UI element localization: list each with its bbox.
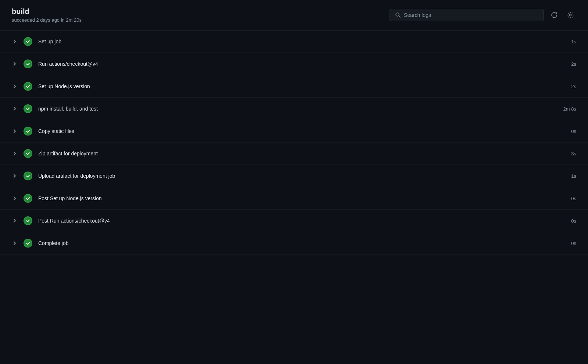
checkmark-icon — [26, 219, 30, 223]
status-success-icon — [24, 194, 32, 203]
build-title: build — [12, 7, 82, 16]
job-row-left: Complete job — [12, 239, 69, 248]
checkmark-icon — [26, 107, 30, 111]
job-row-left: Post Run actions/checkout@v4 — [12, 216, 110, 225]
checkmark-icon — [26, 151, 30, 156]
main-container: build succeeded 2 days ago in 2m 20s — [0, 0, 588, 255]
job-name: Set up Node.js version — [38, 83, 90, 89]
job-row[interactable]: Set up job 1s — [0, 30, 588, 53]
checkmark-icon — [26, 174, 30, 178]
header: build succeeded 2 days ago in 2m 20s — [0, 0, 588, 30]
job-name: Copy static files — [38, 128, 74, 134]
settings-button[interactable] — [564, 9, 576, 21]
chevron-right-icon — [12, 151, 18, 156]
job-row[interactable]: Zip artifact for deployment 3s — [0, 143, 588, 165]
checkmark-icon — [26, 196, 30, 201]
job-name: Set up job — [38, 39, 61, 44]
job-duration: 3s — [554, 151, 576, 156]
status-success-icon — [24, 216, 32, 225]
chevron-right-icon — [12, 219, 18, 223]
checkmark-icon — [26, 39, 30, 44]
job-duration: 2m 8s — [554, 106, 576, 112]
header-left: build succeeded 2 days ago in 2m 20s — [12, 7, 82, 23]
job-name: Upload artifact for deployment job — [38, 173, 115, 179]
job-row[interactable]: Run actions/checkout@v4 2s — [0, 53, 588, 75]
job-name: Zip artifact for deployment — [38, 151, 98, 156]
job-row[interactable]: Post Set up Node.js version 0s — [0, 187, 588, 210]
job-row[interactable]: npm install, build, and test 2m 8s — [0, 98, 588, 120]
status-success-icon — [24, 37, 32, 46]
chevron-right-icon — [12, 174, 18, 178]
header-right — [390, 9, 576, 21]
job-duration: 2s — [554, 84, 576, 89]
job-row-left: Copy static files — [12, 127, 74, 136]
chevron-right-icon — [12, 129, 18, 133]
status-success-icon — [24, 60, 32, 68]
job-name: Run actions/checkout@v4 — [38, 61, 98, 67]
job-row-left: Upload artifact for deployment job — [12, 172, 115, 180]
chevron-right-icon — [12, 241, 18, 245]
job-duration: 0s — [554, 218, 576, 224]
job-row-left: npm install, build, and test — [12, 104, 98, 113]
job-row-left: Set up Node.js version — [12, 82, 90, 91]
refresh-icon — [551, 11, 558, 19]
status-success-icon — [24, 82, 32, 91]
build-subtitle: succeeded 2 days ago in 2m 20s — [12, 17, 82, 23]
refresh-button[interactable] — [548, 9, 560, 21]
checkmark-icon — [26, 129, 30, 133]
job-row-left: Run actions/checkout@v4 — [12, 60, 98, 68]
status-success-icon — [24, 239, 32, 248]
job-row[interactable]: Copy static files 0s — [0, 120, 588, 143]
gear-icon — [567, 11, 574, 19]
checkmark-icon — [26, 62, 30, 66]
status-success-icon — [24, 127, 32, 136]
job-duration: 1s — [554, 173, 576, 179]
chevron-right-icon — [12, 196, 18, 201]
job-row-left: Zip artifact for deployment — [12, 149, 98, 158]
job-name: Post Run actions/checkout@v4 — [38, 218, 110, 224]
chevron-right-icon — [12, 62, 18, 66]
job-duration: 0s — [554, 129, 576, 134]
checkmark-icon — [26, 84, 30, 89]
status-success-icon — [24, 172, 32, 180]
chevron-right-icon — [12, 39, 18, 44]
job-name: Complete job — [38, 240, 69, 246]
job-row[interactable]: Complete job 0s — [0, 232, 588, 255]
job-duration: 1s — [554, 39, 576, 44]
chevron-right-icon — [12, 107, 18, 111]
job-row-left: Post Set up Node.js version — [12, 194, 102, 203]
job-name: Post Set up Node.js version — [38, 195, 102, 201]
job-duration: 2s — [554, 61, 576, 67]
checkmark-icon — [26, 241, 30, 245]
svg-point-1 — [570, 14, 571, 16]
job-duration: 0s — [554, 241, 576, 246]
job-duration: 0s — [554, 196, 576, 201]
search-input[interactable] — [404, 12, 538, 18]
job-name: npm install, build, and test — [38, 106, 98, 112]
job-row[interactable]: Set up Node.js version 2s — [0, 75, 588, 98]
search-icon — [395, 12, 401, 18]
search-box[interactable] — [390, 9, 544, 21]
job-row-left: Set up job — [12, 37, 61, 46]
status-success-icon — [24, 149, 32, 158]
status-success-icon — [24, 104, 32, 113]
job-row[interactable]: Post Run actions/checkout@v4 0s — [0, 210, 588, 232]
jobs-list: Set up job 1s Run actions/checkout@v4 2s — [0, 30, 588, 255]
chevron-right-icon — [12, 84, 18, 89]
job-row[interactable]: Upload artifact for deployment job 1s — [0, 165, 588, 187]
